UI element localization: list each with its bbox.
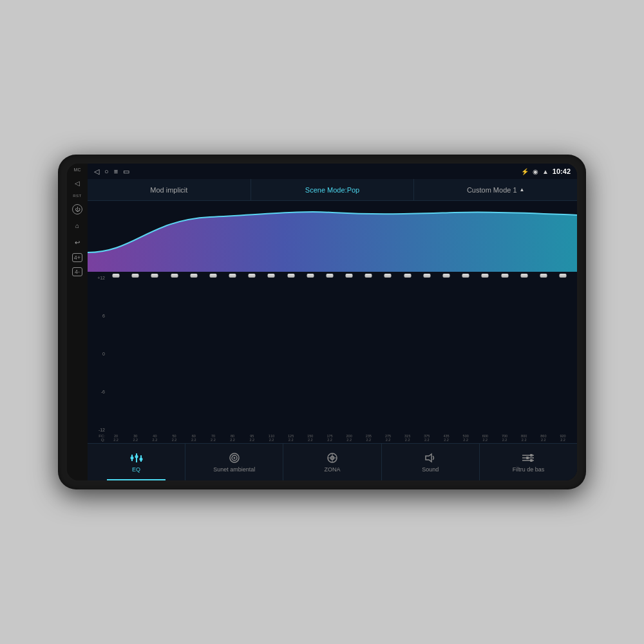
nav-home-icon[interactable]: ○ xyxy=(104,167,109,175)
slider-col-315[interactable] xyxy=(399,274,417,277)
slider-col-80[interactable] xyxy=(223,274,242,277)
slider-col-500[interactable] xyxy=(457,274,475,277)
slider-col-175[interactable] xyxy=(321,274,339,277)
eq-sliders-area: +12 6 0 -6 -12 FC: Q: xyxy=(88,272,577,443)
wifi-icon: ▲ xyxy=(542,168,549,175)
slider-thumb-375[interactable] xyxy=(423,274,430,278)
slider-col-700[interactable] xyxy=(495,274,513,277)
slider-col-200[interactable] xyxy=(340,274,358,277)
nav-item-sound[interactable]: Sound xyxy=(382,444,480,480)
active-indicator xyxy=(107,479,166,480)
slider-thumb-315[interactable] xyxy=(404,274,411,278)
slider-col-30[interactable] xyxy=(126,274,144,277)
tab-mod-implicit[interactable]: Mod implicit xyxy=(88,179,251,200)
slider-thumb-600[interactable] xyxy=(482,274,489,278)
rst-label: RST xyxy=(73,194,82,198)
slider-col-60[interactable] xyxy=(185,274,203,277)
slider-col-375[interactable] xyxy=(418,274,436,277)
slider-col-70[interactable] xyxy=(204,274,222,277)
sliders-container xyxy=(107,274,572,277)
slider-col-110[interactable] xyxy=(262,274,280,277)
nav-item-sunet[interactable]: Sunet ambiental xyxy=(185,444,283,480)
nav-buttons: ◁ ○ ≡ ▭ xyxy=(94,167,129,176)
volume-down-button[interactable]: 4- xyxy=(72,267,82,276)
slider-thumb-700[interactable] xyxy=(501,274,508,278)
slider-thumb-800[interactable] xyxy=(520,274,527,278)
nav-item-eq[interactable]: EQ xyxy=(88,444,185,480)
slider-col-95[interactable] xyxy=(243,274,261,277)
db-label-12: +12 xyxy=(93,276,107,280)
slider-thumb-275[interactable] xyxy=(384,274,392,278)
slider-col-435[interactable] xyxy=(437,274,455,277)
nav-menu-icon[interactable]: ≡ xyxy=(114,167,118,175)
slider-col-50[interactable] xyxy=(166,274,184,277)
slider-thumb-80[interactable] xyxy=(229,274,236,278)
location-icon: ◉ xyxy=(533,168,538,175)
slider-thumb-200[interactable] xyxy=(346,274,353,278)
freq-val-95: 952.2 xyxy=(243,434,261,442)
slider-thumb-30[interactable] xyxy=(132,274,139,278)
slider-thumb-110[interactable] xyxy=(268,274,275,278)
power-button[interactable]: ⏻ xyxy=(72,204,82,214)
freq-val-60: 602.2 xyxy=(185,434,203,442)
slider-col-860[interactable] xyxy=(535,274,553,277)
slider-thumb-50[interactable] xyxy=(171,274,178,278)
slider-thumb-20[interactable] xyxy=(113,274,120,278)
slider-thumb-435[interactable] xyxy=(443,274,450,278)
slider-col-920[interactable] xyxy=(554,274,572,277)
nav-label-sunet: Sunet ambiental xyxy=(213,466,255,473)
back-button[interactable]: ◁ xyxy=(71,177,83,189)
db-label-6: 6 xyxy=(93,314,107,318)
slider-thumb-70[interactable] xyxy=(209,274,216,278)
home-button[interactable]: ⌂ xyxy=(71,220,83,231)
clock: 10:42 xyxy=(553,167,571,175)
freq-val-125: 1252.2 xyxy=(282,434,300,442)
tab-scene-mode[interactable]: Scene Mode:Pop xyxy=(251,179,415,200)
svg-point-1 xyxy=(130,456,133,459)
slider-thumb-150[interactable] xyxy=(307,274,314,278)
slider-col-40[interactable] xyxy=(146,274,164,277)
slider-col-275[interactable] xyxy=(379,274,397,277)
return-button[interactable]: ↩ xyxy=(71,236,83,248)
slider-col-235[interactable] xyxy=(359,274,377,277)
svg-rect-19 xyxy=(530,459,533,462)
slider-col-600[interactable] xyxy=(476,274,494,277)
freq-val-860: 8602.2 xyxy=(535,434,553,442)
freq-val-20: 202.2 xyxy=(107,434,125,442)
slider-thumb-860[interactable] xyxy=(540,274,547,278)
slider-thumb-125[interactable] xyxy=(287,274,294,278)
slider-col-800[interactable] xyxy=(515,274,533,277)
slider-thumb-500[interactable] xyxy=(462,274,469,278)
volume-up-button[interactable]: 4+ xyxy=(72,253,82,262)
nav-back-icon[interactable]: ◁ xyxy=(94,167,99,176)
q-label: Q: xyxy=(93,438,107,442)
slider-col-125[interactable] xyxy=(282,274,300,277)
slider-col-150[interactable] xyxy=(301,274,319,277)
freq-val-435: 4352.2 xyxy=(437,434,455,442)
svg-rect-17 xyxy=(530,454,533,457)
slider-thumb-920[interactable] xyxy=(560,274,567,278)
nav-item-zona[interactable]: ZONA xyxy=(283,444,381,480)
slider-thumb-40[interactable] xyxy=(151,274,158,278)
status-bar: ◁ ○ ≡ ▭ ⚡ ◉ ▲ 10:42 xyxy=(88,164,577,179)
bluetooth-icon: ⚡ xyxy=(521,168,529,175)
tab-bar: Mod implicit Scene Mode:Pop Custom Mode … xyxy=(88,179,577,201)
slider-thumb-235[interactable] xyxy=(365,274,372,278)
slider-col-20[interactable] xyxy=(107,274,125,277)
nav-item-filtru[interactable]: Filtru de bas xyxy=(480,444,577,480)
fc-q-header: FC: Q: xyxy=(93,434,107,442)
freq-val-150: 1502.2 xyxy=(301,434,319,442)
nav-label-zona: ZONA xyxy=(325,466,341,473)
freq-val-175: 1752.2 xyxy=(321,434,339,442)
slider-thumb-60[interactable] xyxy=(190,274,197,278)
freq-val-500: 5002.2 xyxy=(457,434,475,442)
db-label-n12: -12 xyxy=(93,428,107,432)
slider-thumb-175[interactable] xyxy=(326,274,333,278)
svg-marker-13 xyxy=(426,454,431,462)
freq-val-275: 2752.2 xyxy=(379,434,397,442)
slider-thumb-95[interactable] xyxy=(249,274,256,278)
eq-scale: +12 6 0 -6 -12 xyxy=(93,274,572,433)
nav-recents-icon[interactable]: ▭ xyxy=(123,167,129,176)
tab-custom-mode[interactable]: Custom Mode 1 ▲ xyxy=(414,179,577,200)
freq-val-375: 3752.2 xyxy=(418,434,436,442)
